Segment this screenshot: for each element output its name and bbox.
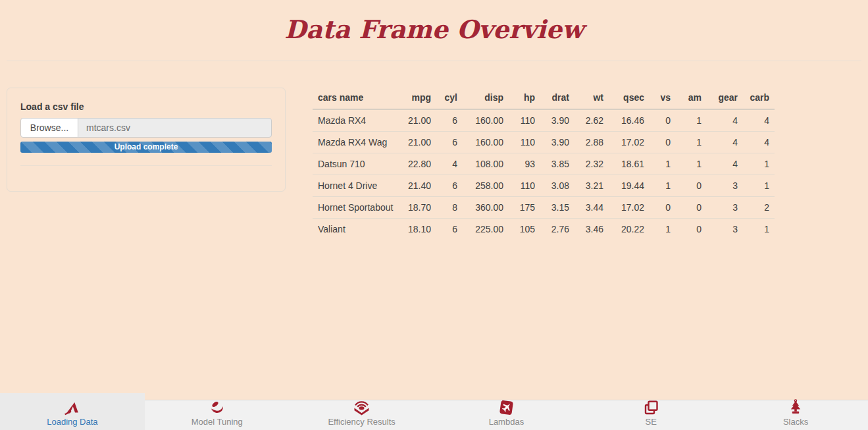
row-name-cell: Hornet Sportabout [313, 197, 398, 219]
row-name-cell: Datsun 710 [313, 153, 398, 175]
value-cell: 1 [676, 132, 707, 153]
table-row: Valiant18.106225.001052.763.4620.221031 [313, 219, 775, 240]
tab-label: Model Tuning [191, 417, 243, 427]
value-cell: 6 [436, 219, 463, 240]
value-cell: 19.44 [609, 175, 650, 197]
swoosh-icon [209, 398, 225, 416]
value-cell: 4 [707, 153, 743, 175]
value-cell: 17.02 [609, 132, 650, 153]
tab-loading-data[interactable]: Loading Data [0, 393, 145, 430]
clone-squares-icon [643, 398, 659, 416]
value-cell: 6 [436, 132, 463, 153]
tab-lambdas[interactable]: Lambdas [434, 393, 578, 430]
value-cell: 2.32 [574, 153, 609, 175]
header-divider [7, 61, 861, 61]
panel-divider [20, 165, 272, 166]
bottom-navbar: Loading Data Model Tuning [0, 393, 868, 430]
table-row: Hornet Sportabout18.708360.001753.153.44… [313, 197, 775, 219]
column-header: am [676, 89, 707, 109]
column-header: carb [743, 89, 775, 109]
value-cell: 4 [707, 132, 743, 153]
value-cell: 1 [676, 109, 707, 132]
value-cell: 1 [743, 153, 775, 175]
value-cell: 3.21 [574, 175, 609, 197]
value-cell: 0 [676, 197, 707, 219]
value-cell: 3.90 [540, 132, 574, 153]
value-cell: 20.22 [609, 219, 650, 240]
value-cell: 4 [743, 109, 775, 132]
value-cell: 3.90 [540, 109, 574, 132]
value-cell: 1 [743, 175, 775, 197]
row-name-cell: Hornet 4 Drive [313, 175, 398, 197]
value-cell: 110 [509, 109, 540, 132]
data-frame-table: cars namempgcyldisphpdratwtqsecvsamgearc… [313, 89, 775, 240]
value-cell: 18.10 [398, 219, 436, 240]
app-page: Data Frame Overview Load a csv file Brow… [0, 0, 868, 430]
row-name-cell: Mazda RX4 [313, 109, 398, 132]
page-title: Data Frame Overview [0, 14, 868, 44]
table-body: Mazda RX421.006160.001103.902.6216.46014… [313, 109, 775, 240]
value-cell: 108.00 [463, 153, 509, 175]
value-cell: 3.46 [574, 219, 609, 240]
value-cell: 4 [436, 153, 463, 175]
value-cell: 105 [509, 219, 540, 240]
column-header: disp [463, 89, 509, 109]
tab-label: Slacks [783, 417, 808, 427]
tree-icon [788, 398, 803, 416]
value-cell: 160.00 [463, 132, 509, 153]
column-header: vs [650, 89, 676, 109]
file-name-field[interactable] [78, 118, 272, 138]
value-cell: 21.00 [398, 109, 436, 132]
value-cell: 21.00 [398, 132, 436, 153]
value-cell: 0 [650, 109, 676, 132]
upload-progress-bar: Upload complete [20, 142, 272, 153]
value-cell: 1 [650, 219, 676, 240]
value-cell: 3 [707, 219, 743, 240]
value-cell: 1 [650, 153, 676, 175]
value-cell: 0 [676, 175, 707, 197]
value-cell: 21.40 [398, 175, 436, 197]
navbar-tabs: Loading Data Model Tuning [0, 393, 868, 430]
value-cell: 8 [436, 197, 463, 219]
table-header-row: cars namempgcyldisphpdratwtqsecvsamgearc… [313, 89, 775, 109]
value-cell: 2.62 [574, 109, 609, 132]
value-cell: 2 [743, 197, 775, 219]
value-cell: 1 [743, 219, 775, 240]
tab-label: Lambdas [489, 417, 524, 427]
value-cell: 2.88 [574, 132, 609, 153]
value-cell: 22.80 [398, 153, 436, 175]
value-cell: 175 [509, 197, 540, 219]
data-frame-table-container: cars namempgcyldisphpdratwtqsecvsamgearc… [313, 89, 775, 240]
browse-button[interactable]: Browse... [20, 118, 78, 138]
value-cell: 16.46 [609, 109, 650, 132]
paper-plane-icon [63, 398, 81, 416]
tab-efficiency-results[interactable]: Efficiency Results [290, 393, 434, 430]
column-header: cyl [436, 89, 463, 109]
table-row: Hornet 4 Drive21.406258.001103.083.2119.… [313, 175, 775, 197]
tab-se[interactable]: SE [578, 393, 723, 430]
tab-model-tuning[interactable]: Model Tuning [145, 393, 290, 430]
avianex-plane-icon [498, 398, 515, 416]
value-cell: 3 [707, 197, 743, 219]
value-cell: 4 [743, 132, 775, 153]
value-cell: 360.00 [463, 197, 509, 219]
table-row: Datsun 71022.804108.00933.852.3218.61114… [313, 153, 775, 175]
column-header: qsec [609, 89, 650, 109]
tab-label: Loading Data [47, 417, 97, 427]
value-cell: 110 [509, 132, 540, 153]
value-cell: 3.15 [540, 197, 574, 219]
file-input-group: Browse... [20, 118, 272, 138]
value-cell: 160.00 [463, 109, 509, 132]
value-cell: 3.08 [540, 175, 574, 197]
value-cell: 17.02 [609, 197, 650, 219]
row-name-cell: Mazda RX4 Wag [313, 132, 398, 153]
column-header: wt [574, 89, 609, 109]
row-name-cell: Valiant [313, 219, 398, 240]
tab-slacks[interactable]: Slacks [723, 393, 868, 430]
value-cell: 4 [707, 109, 743, 132]
value-cell: 3.85 [540, 153, 574, 175]
column-header: gear [707, 89, 743, 109]
value-cell: 3 [707, 175, 743, 197]
value-cell: 0 [650, 197, 676, 219]
value-cell: 0 [650, 132, 676, 153]
